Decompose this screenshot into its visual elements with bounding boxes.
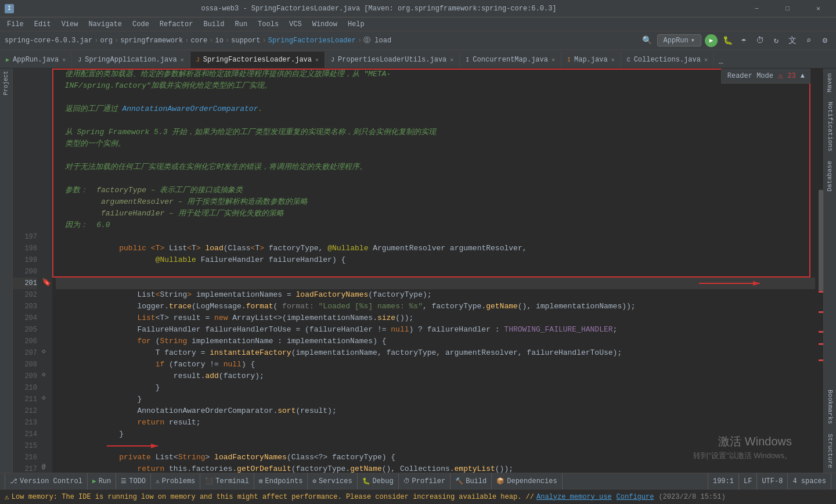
status-problems[interactable]: ⚠ Problems bbox=[151, 473, 200, 489]
menu-build[interactable]: Build bbox=[199, 19, 229, 30]
status-profiler[interactable]: ⏱ Profiler bbox=[399, 473, 451, 489]
breadcrumb-springframework[interactable]: springframework bbox=[120, 37, 183, 45]
tab-propertiesloaderutils-close[interactable]: ✕ bbox=[450, 56, 453, 63]
reader-mode-label[interactable]: Reader Mode bbox=[727, 72, 773, 80]
reader-mode-chevron[interactable]: ▲ bbox=[801, 72, 805, 80]
menu-navigate[interactable]: Navigate bbox=[84, 19, 127, 30]
menu-help[interactable]: Help bbox=[343, 19, 369, 30]
scrollbar-panel[interactable] bbox=[815, 69, 823, 473]
menu-vcs[interactable]: VCS bbox=[284, 19, 307, 30]
status-position[interactable]: 199:1 bbox=[708, 473, 739, 489]
tab-concurrentmap-close[interactable]: ✕ bbox=[552, 56, 555, 63]
code-line-207: if (factory != null) { bbox=[56, 347, 815, 359]
toolbar-right: 🔍 AppRun ▾ ▶ 🐛 ☂ ⏱ ↻ 文 ⌕ ⚙ bbox=[641, 34, 831, 47]
tab-map-close[interactable]: ✕ bbox=[611, 56, 615, 63]
tab-collections[interactable]: C Collections.java ✕ bbox=[621, 52, 714, 68]
analyze-memory-link[interactable]: Analyze memory use bbox=[536, 493, 612, 501]
ln-209: 209 bbox=[13, 370, 37, 382]
tab-apprun-close[interactable]: ✕ bbox=[62, 56, 66, 63]
status-build[interactable]: 🔨 Build bbox=[451, 473, 492, 489]
status-indent[interactable]: 4 spaces bbox=[788, 473, 831, 489]
status-terminal[interactable]: ⬛ Terminal bbox=[200, 473, 254, 489]
status-dependencies[interactable]: 📦 Dependencies bbox=[492, 473, 562, 489]
endpoints-icon: ⊞ bbox=[259, 477, 263, 485]
code-comment-8: argumentResolver – 用于按类型解析构造函数参数的策略 bbox=[56, 196, 815, 208]
update-icon[interactable]: ↻ bbox=[770, 34, 783, 47]
close-button[interactable]: ✕ bbox=[805, 0, 831, 17]
breadcrumb-io[interactable]: io bbox=[215, 37, 224, 45]
run-config-selector[interactable]: AppRun ▾ bbox=[657, 34, 701, 46]
tab-springfactoriesloader-close[interactable]: ✕ bbox=[315, 56, 319, 63]
status-services[interactable]: ⚙ Services bbox=[308, 473, 357, 489]
tab-springapplication[interactable]: J SpringApplication.java ✕ bbox=[72, 52, 190, 68]
menu-code[interactable]: Code bbox=[128, 19, 154, 30]
search-everywhere-icon[interactable]: 🔍 bbox=[641, 34, 654, 47]
translate-icon[interactable]: 文 bbox=[786, 34, 799, 47]
minimize-button[interactable]: − bbox=[744, 0, 770, 17]
profiler-toolbar-icon[interactable]: ⏱ bbox=[754, 34, 766, 47]
breadcrumb-project[interactable]: spring-core-6.0.3.jar bbox=[5, 37, 92, 45]
settings-icon[interactable]: ⚙ bbox=[819, 34, 831, 47]
breadcrumb-support[interactable]: support bbox=[231, 37, 260, 45]
encoding-label: UTF-8 bbox=[762, 477, 783, 485]
menu-window[interactable]: Window bbox=[308, 19, 342, 30]
status-lf[interactable]: LF bbox=[739, 473, 757, 489]
debug-run-icon[interactable]: 🐛 bbox=[721, 34, 734, 47]
menu-view[interactable]: View bbox=[57, 19, 83, 30]
tab-propertiesloaderutils[interactable]: J PropertiesLoaderUtils.java ✕ bbox=[325, 52, 460, 68]
search-icon[interactable]: ⌕ bbox=[802, 34, 815, 47]
endpoints-label: Endpoints bbox=[265, 477, 303, 485]
tab-propertiesloaderutils-label: PropertiesLoaderUtils.java bbox=[338, 56, 446, 64]
tab-apprun[interactable]: ▶ AppRun.java ✕ bbox=[0, 52, 72, 68]
breadcrumb-class[interactable]: SpringFactoriesLoader bbox=[268, 37, 356, 45]
structure-panel-label[interactable]: Structure bbox=[824, 429, 836, 473]
database-panel-label[interactable]: Database bbox=[824, 156, 836, 196]
left-panel: Project bbox=[0, 69, 13, 473]
status-version-control[interactable]: ⎇ Version Control bbox=[5, 473, 88, 489]
status-debug[interactable]: 🐛 Debug bbox=[358, 473, 399, 489]
code-editor[interactable]: 197 198 199 200 201 202 203 204 205 206 … bbox=[13, 69, 823, 473]
tab-springfactoriesloader[interactable]: J SpringFactoriesLoader.java ✕ bbox=[190, 52, 325, 68]
tab-springfactoriesloader-icon: J bbox=[196, 57, 200, 63]
tab-concurrentmap[interactable]: I ConcurrentMap.java ✕ bbox=[460, 52, 561, 68]
bookmarks-panel-label[interactable]: Bookmarks bbox=[824, 385, 836, 429]
tab-collections-close[interactable]: ✕ bbox=[704, 56, 708, 63]
terminal-icon: ⬛ bbox=[205, 477, 213, 485]
project-panel-label[interactable]: Project bbox=[1, 69, 12, 98]
maximize-button[interactable]: □ bbox=[774, 0, 801, 17]
menu-run[interactable]: Run bbox=[230, 19, 252, 30]
bookmark-209[interactable]: ◇ bbox=[42, 394, 46, 401]
code-content-area[interactable]: 使用配置的类加载器、给定的参数解析器和给定故障处理程序提供的自定义故障处理，从 … bbox=[52, 69, 815, 473]
breadcrumb-org[interactable]: org bbox=[100, 37, 113, 45]
tab-map[interactable]: I Map.java ✕ bbox=[561, 52, 621, 68]
run-button[interactable]: ▶ bbox=[705, 34, 718, 47]
menu-tools[interactable]: Tools bbox=[253, 19, 283, 30]
status-todo[interactable]: ☰ TODO bbox=[116, 473, 151, 489]
notifications-panel-label[interactable]: Notifications bbox=[824, 97, 836, 156]
ln-comment-11 bbox=[13, 185, 37, 196]
coverage-icon[interactable]: ☂ bbox=[737, 34, 750, 47]
services-icon: ⚙ bbox=[312, 477, 316, 485]
tab-overflow[interactable]: ⋯ bbox=[714, 59, 728, 68]
status-endpoints[interactable]: ⊞ Endpoints bbox=[254, 473, 308, 489]
configure-link[interactable]: Configure bbox=[617, 493, 654, 501]
tab-springapplication-close[interactable]: ✕ bbox=[181, 56, 184, 63]
tab-collections-icon: C bbox=[627, 57, 630, 63]
code-line-203: List<T> result = new ArrayList<>(impleme… bbox=[56, 301, 815, 312]
status-run[interactable]: ▶ Run bbox=[88, 473, 116, 489]
menu-file[interactable]: File bbox=[2, 19, 28, 30]
breadcrumb-core[interactable]: core bbox=[190, 37, 207, 45]
scrollbar-thumb[interactable] bbox=[819, 190, 823, 291]
menu-edit[interactable]: Edit bbox=[30, 19, 56, 30]
bookmark-207[interactable]: ◇ bbox=[42, 370, 46, 378]
scroll-marker-7 bbox=[819, 359, 823, 361]
maven-panel-label[interactable]: Maven bbox=[824, 69, 836, 97]
code-line-211: AnnotationAwareOrderComparator.sort(resu… bbox=[56, 394, 815, 405]
ln-comment-7 bbox=[13, 138, 37, 150]
status-encoding[interactable]: UTF-8 bbox=[757, 473, 788, 489]
bookmark-205[interactable]: ◇ bbox=[42, 347, 46, 355]
ln-200: 200 bbox=[13, 266, 37, 278]
breadcrumb-method[interactable]: ⓪ load bbox=[363, 35, 391, 45]
bookmark-201[interactable]: 🔖 bbox=[42, 278, 51, 287]
menu-refactor[interactable]: Refactor bbox=[155, 19, 198, 30]
